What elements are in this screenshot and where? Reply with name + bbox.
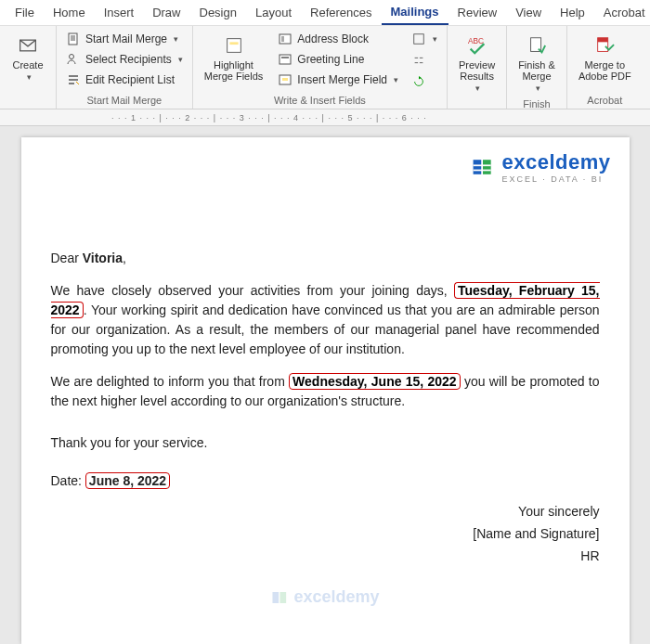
group-label: Acrobat bbox=[573, 93, 637, 109]
logo-icon bbox=[470, 155, 496, 179]
tab-insert[interactable]: Insert bbox=[95, 1, 144, 24]
svg-rect-3 bbox=[227, 39, 240, 53]
tab-home[interactable]: Home bbox=[44, 1, 95, 24]
tab-file[interactable]: File bbox=[6, 1, 44, 24]
ribbon-tabs: File Home Insert Draw Design Layout Refe… bbox=[0, 0, 650, 26]
svg-rect-19 bbox=[280, 592, 286, 603]
insert-merge-field-button[interactable]: Insert Merge Field▾ bbox=[274, 71, 402, 89]
logo-icon bbox=[270, 588, 289, 607]
tab-layout[interactable]: Layout bbox=[246, 1, 301, 24]
logo-subtext: EXCEL · DATA · BI bbox=[501, 174, 610, 184]
update-labels-button[interactable] bbox=[408, 72, 441, 91]
create-label: Create bbox=[12, 59, 43, 71]
tab-design[interactable]: Design bbox=[190, 1, 246, 24]
preview-results-button[interactable]: ABC Preview Results ▾ bbox=[453, 30, 500, 97]
svg-rect-4 bbox=[229, 42, 238, 45]
salutation: Dear Vitoria, bbox=[51, 249, 600, 268]
finish-icon bbox=[524, 33, 550, 58]
group-start-mail-merge: Start Mail Merge▾ Select Recipients▾ Edi… bbox=[57, 26, 193, 109]
group-label: Start Mail Merge bbox=[62, 93, 187, 109]
closing: Your sincerely [Name and Signature] HR bbox=[51, 504, 600, 563]
group-label: Finish bbox=[513, 97, 561, 112]
tab-references[interactable]: References bbox=[301, 1, 381, 24]
chevron-down-icon: ▾ bbox=[433, 34, 437, 44]
dear-label: Dear bbox=[51, 251, 83, 265]
signature-placeholder: [Name and Signature] bbox=[51, 526, 600, 541]
paragraph-2: We are delighted to inform you that from… bbox=[51, 372, 600, 411]
chevron-down-icon: ▾ bbox=[27, 72, 32, 82]
document-icon bbox=[66, 32, 81, 46]
edit-recipient-list-button[interactable]: Edit Recipient List bbox=[62, 71, 187, 89]
match-fields-button[interactable] bbox=[408, 51, 441, 70]
people-icon bbox=[66, 52, 81, 67]
svg-rect-13 bbox=[598, 38, 608, 43]
field-icon bbox=[278, 72, 292, 87]
highlight-icon bbox=[221, 33, 247, 58]
watermark-text: exceldemy bbox=[293, 587, 379, 607]
group-acrobat: Merge to Adobe PDF Acrobat bbox=[567, 26, 643, 109]
tab-review[interactable]: Review bbox=[448, 1, 507, 24]
select-recipients-button[interactable]: Select Recipients▾ bbox=[62, 50, 187, 69]
svg-rect-5 bbox=[280, 34, 291, 44]
sincerely-line: Your sincerely bbox=[51, 504, 600, 519]
pdf-icon bbox=[592, 33, 618, 58]
tab-help[interactable]: Help bbox=[551, 1, 594, 24]
chevron-down-icon: ▾ bbox=[475, 84, 480, 93]
chevron-down-icon: ▾ bbox=[178, 55, 183, 64]
letter-date-field: June 8, 2022 bbox=[85, 472, 170, 489]
date-label: Date: bbox=[51, 473, 85, 488]
update-icon bbox=[411, 74, 426, 89]
ribbon: Create ▾ Start Mail Merge▾ Select Recipi… bbox=[0, 26, 650, 109]
thanks-line: Thank you for your service. bbox=[51, 433, 600, 453]
letter-body: Dear Vitoria, We have closely observed y… bbox=[51, 249, 600, 563]
page[interactable]: exceldemy EXCEL · DATA · BI Dear Vitoria… bbox=[21, 137, 630, 644]
finish-merge-button[interactable]: Finish & Merge ▾ bbox=[513, 30, 561, 97]
btn-label: Preview Results bbox=[459, 59, 495, 82]
document-area: exceldemy EXCEL · DATA · BI Dear Vitoria… bbox=[0, 126, 650, 644]
merge-to-pdf-button[interactable]: Merge to Adobe PDF bbox=[573, 30, 637, 85]
svg-rect-16 bbox=[474, 164, 491, 166]
svg-rect-1 bbox=[69, 33, 77, 45]
btn-label: Address Block bbox=[297, 32, 369, 45]
tab-acrobat[interactable]: Acrobat bbox=[594, 1, 650, 24]
tab-draw[interactable]: Draw bbox=[143, 1, 189, 24]
group-preview: ABC Preview Results ▾ bbox=[448, 26, 507, 109]
hr-line: HR bbox=[51, 548, 600, 563]
svg-rect-8 bbox=[282, 78, 288, 81]
abc-check-icon: ABC bbox=[464, 33, 490, 58]
paragraph-1: We have closely observed your activities… bbox=[51, 281, 600, 359]
comma: , bbox=[123, 251, 126, 265]
address-block-button[interactable]: Address Block bbox=[274, 30, 402, 48]
chevron-down-icon: ▾ bbox=[394, 75, 398, 84]
chevron-down-icon: ▾ bbox=[536, 84, 540, 93]
tab-mailings[interactable]: Mailings bbox=[382, 0, 448, 25]
watermark: exceldemy bbox=[270, 587, 379, 607]
tab-view[interactable]: View bbox=[506, 1, 551, 24]
btn-label: Merge to Adobe PDF bbox=[578, 59, 631, 82]
btn-label: Select Recipients bbox=[85, 53, 172, 66]
rules-icon bbox=[411, 32, 426, 46]
rules-button[interactable]: ▾ bbox=[408, 30, 441, 48]
recipient-name: Vitoria bbox=[83, 251, 123, 265]
svg-text:ABC: ABC bbox=[467, 37, 483, 45]
create-button[interactable]: Create ▾ bbox=[6, 30, 50, 85]
highlight-merge-fields-button[interactable]: Highlight Merge Fields bbox=[199, 30, 269, 85]
btn-label: Greeting Line bbox=[297, 53, 364, 66]
envelope-icon bbox=[15, 33, 41, 58]
group-create: Create ▾ bbox=[0, 26, 57, 109]
btn-label: Start Mail Merge bbox=[85, 32, 167, 45]
btn-label: Edit Recipient List bbox=[85, 73, 175, 86]
svg-rect-6 bbox=[280, 55, 291, 64]
svg-rect-17 bbox=[474, 170, 491, 172]
date-line: Date: June 8, 2022 bbox=[51, 471, 600, 491]
btn-label: Insert Merge Field bbox=[297, 73, 387, 86]
start-mail-merge-button[interactable]: Start Mail Merge▾ bbox=[62, 30, 187, 48]
group-label bbox=[6, 93, 50, 109]
greeting-line-button[interactable]: Greeting Line bbox=[274, 50, 402, 69]
btn-label: Highlight Merge Fields bbox=[204, 59, 264, 82]
group-label bbox=[453, 97, 500, 112]
list-edit-icon bbox=[66, 72, 81, 87]
logo-text: exceldemy bbox=[501, 150, 610, 174]
svg-rect-15 bbox=[483, 160, 491, 174]
exceldemy-logo: exceldemy EXCEL · DATA · BI bbox=[470, 150, 610, 184]
